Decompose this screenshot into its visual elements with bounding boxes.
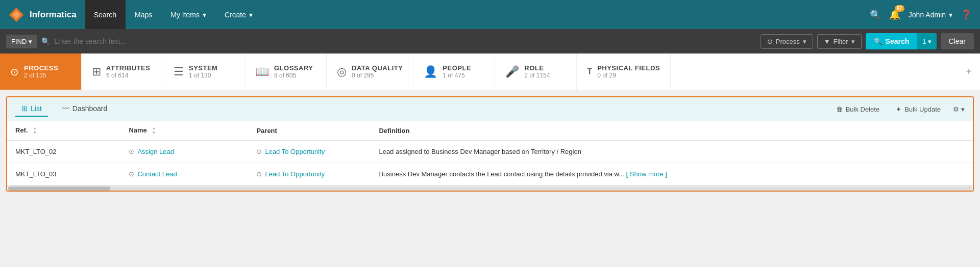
search-result-count: 1 [922, 38, 926, 45]
cat-tab-process[interactable]: ⊙ PROCESS 2 of 135 [0, 54, 82, 90]
col-header-name: Name ▲ ▼ [120, 121, 248, 141]
cell-name-1: ⊙ Assign Lead [120, 141, 248, 163]
col-header-parent: Parent [248, 121, 371, 141]
informatica-logo-icon [8, 7, 24, 23]
cell-ref-2: MKT_LTO_03 [7, 163, 120, 185]
settings-button[interactable]: ⚙ ▾ [953, 105, 965, 113]
filter-button[interactable]: ▼ Filter ▾ [817, 34, 862, 49]
process-link-2[interactable]: ⊙ Contact Lead [129, 170, 240, 178]
table-header: Ref. ▲ ▼ Name ▲ ▼ Parent [7, 121, 973, 141]
search-execute-icon: 🔍 [874, 37, 883, 45]
update-icon: ✦ [896, 105, 901, 113]
user-name: John Admin [909, 11, 946, 19]
cat-tab-data-quality[interactable]: ◎ DATA QUALITY 0 of 295 [327, 54, 413, 90]
search-input-icon: 🔍 [41, 37, 50, 45]
parent-link-icon-2: ⊙ [256, 170, 262, 178]
gear-icon: ⚙ [953, 105, 959, 113]
nav-create[interactable]: Create ▾ [215, 0, 262, 29]
table-row: MKT_LTO_02 ⊙ Assign Lead ⊙ Lead To Oppor… [7, 141, 973, 163]
cell-parent-1: ⊙ Lead To Opportunity [248, 141, 371, 163]
horizontal-scrollbar[interactable] [7, 185, 973, 191]
cell-definition-1: Lead assigned to Business Dev Manager ba… [371, 141, 973, 163]
nav-maps[interactable]: Maps [126, 0, 161, 29]
process-link-1[interactable]: ⊙ Assign Lead [129, 148, 240, 155]
bulk-update-button[interactable]: ✦ Bulk Update [892, 103, 945, 115]
col-header-ref: Ref. ▲ ▼ [7, 121, 120, 141]
trash-icon: 🗑 [836, 105, 843, 113]
cell-name-2: ⊙ Contact Lead [120, 163, 248, 185]
top-navigation: Informatica Search Maps My Items ▾ Creat… [0, 0, 980, 29]
cat-tab-glossary[interactable]: 📖 GLOSSARY 8 of 605 [245, 54, 327, 90]
system-icon: ☰ [174, 65, 184, 78]
help-icon[interactable]: ❓ [961, 9, 972, 20]
nav-right-area: 🔍 🔔 87 John Admin ▾ ❓ [870, 9, 972, 20]
results-panel: ⊞ List 〰 Dashboard 🗑 Bulk Delete ✦ Bulk … [6, 96, 974, 192]
ref-sort-icon[interactable]: ▲ ▼ [33, 126, 37, 135]
search-icon[interactable]: 🔍 [870, 9, 881, 20]
category-tabs: ⊙ PROCESS 2 of 135 ⊞ ATTRIBUTES 6 of 614… [0, 54, 980, 90]
logo-area: Informatica [8, 0, 85, 29]
results-toolbar: ⊞ List 〰 Dashboard 🗑 Bulk Delete ✦ Bulk … [7, 97, 973, 121]
cat-tab-system[interactable]: ☰ SYSTEM 1 of 130 [163, 54, 245, 90]
cat-tab-attributes[interactable]: ⊞ ATTRIBUTES 6 of 614 [82, 54, 163, 90]
parent-link-icon-1: ⊙ [256, 148, 262, 155]
bulk-delete-button[interactable]: 🗑 Bulk Delete [832, 103, 884, 115]
physical-fields-icon: T [587, 67, 592, 76]
cell-parent-2: ⊙ Lead To Opportunity [248, 163, 371, 185]
parent-link-2[interactable]: ⊙ Lead To Opportunity [256, 170, 362, 178]
search-execute-group: 🔍 Search 1 ▾ [866, 33, 937, 49]
role-icon: 🎤 [505, 65, 519, 78]
show-more-link[interactable]: [ Show more ] [626, 170, 667, 178]
results-table: Ref. ▲ ▼ Name ▲ ▼ Parent [7, 121, 973, 185]
list-icon: ⊞ [21, 104, 28, 113]
name-sort-icon[interactable]: ▲ ▼ [152, 126, 156, 135]
nav-search[interactable]: Search [85, 0, 126, 29]
app-name: Informatica [30, 10, 77, 20]
data-quality-icon: ◎ [337, 65, 347, 78]
attributes-icon: ⊞ [92, 65, 101, 78]
bell-notification[interactable]: 🔔 87 [889, 9, 900, 20]
glossary-icon: 📖 [255, 65, 269, 78]
search-bar: FIND ▾ 🔍 ⊙ Process ▾ ▼ Filter ▾ 🔍 Search… [0, 29, 980, 54]
table-row: MKT_LTO_03 ⊙ Contact Lead ⊙ Lead To Oppo… [7, 163, 973, 185]
process-link-icon-2: ⊙ [129, 170, 134, 178]
cell-definition-2: Business Dev Manager contacts the Lead c… [371, 163, 973, 185]
find-button[interactable]: FIND ▾ [6, 35, 37, 48]
process-icon: ⊙ [10, 66, 19, 78]
cat-tab-people[interactable]: 👤 PEOPLE 1 of 475 [413, 54, 495, 90]
cat-tab-role[interactable]: 🎤 ROLE 2 of 1154 [495, 54, 577, 90]
add-category-button[interactable]: + [958, 54, 980, 90]
results-actions: 🗑 Bulk Delete ✦ Bulk Update ⚙ ▾ [832, 103, 965, 115]
process-link-icon-1: ⊙ [129, 148, 134, 155]
search-input-wrap: 🔍 [41, 37, 756, 45]
dashboard-icon: 〰 [62, 104, 69, 113]
search-count-button[interactable]: 1 ▾ [917, 33, 936, 49]
col-header-definition: Definition [371, 121, 973, 141]
process-filter-button[interactable]: ⊙ Process ▾ [761, 34, 813, 49]
table-body: MKT_LTO_02 ⊙ Assign Lead ⊙ Lead To Oppor… [7, 141, 973, 185]
main-content: ⊞ List 〰 Dashboard 🗑 Bulk Delete ✦ Bulk … [0, 90, 980, 198]
parent-link-1[interactable]: ⊙ Lead To Opportunity [256, 148, 362, 155]
user-menu[interactable]: John Admin ▾ [909, 11, 952, 19]
cell-ref-1: MKT_LTO_02 [7, 141, 120, 163]
view-dashboard-tab[interactable]: 〰 Dashboard [56, 101, 114, 117]
notification-badge: 87 [895, 5, 904, 12]
cat-tab-physical-fields[interactable]: T PHYSICAL FIELDS 0 of 29 [577, 54, 671, 90]
people-icon: 👤 [424, 65, 437, 78]
view-list-tab[interactable]: ⊞ List [15, 101, 48, 117]
search-execute-button[interactable]: 🔍 Search [866, 33, 918, 49]
search-input[interactable] [54, 37, 756, 45]
nav-my-items[interactable]: My Items ▾ [161, 0, 215, 29]
clear-button[interactable]: Clear [941, 33, 974, 49]
